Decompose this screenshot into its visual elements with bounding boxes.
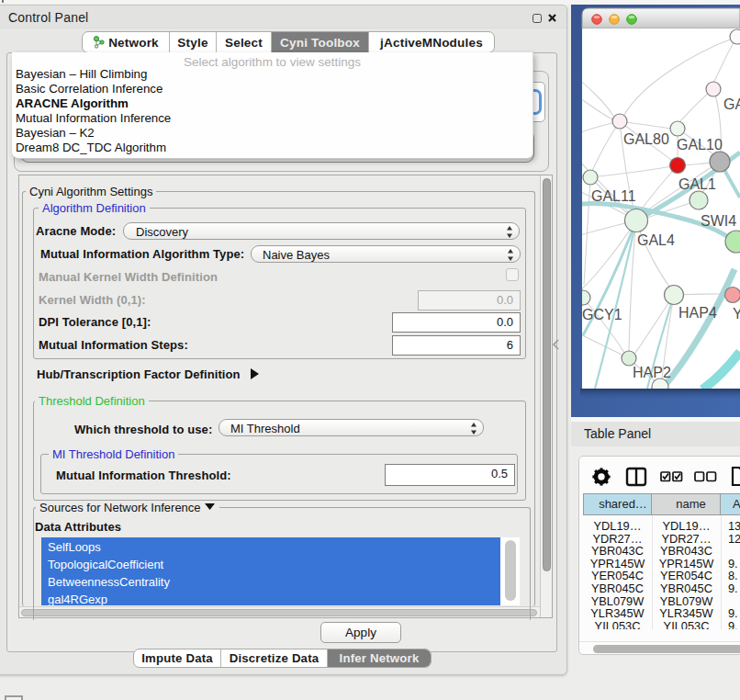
- svg-text:HAP4: HAP4: [678, 305, 717, 321]
- svg-text:GAL: GAL: [723, 96, 740, 112]
- svg-text:GAL80: GAL80: [623, 131, 669, 147]
- svg-text:Y: Y: [733, 306, 740, 322]
- svg-text:GAL10: GAL10: [677, 137, 723, 152]
- svg-text:HAP2: HAP2: [633, 365, 671, 380]
- svg-text:GAL1: GAL1: [678, 176, 716, 192]
- svg-text:GCY1: GCY1: [582, 307, 622, 322]
- svg-text:GAL11: GAL11: [591, 188, 636, 204]
- svg-text:GAL4: GAL4: [637, 232, 675, 248]
- svg-text:SWI4: SWI4: [701, 213, 736, 229]
